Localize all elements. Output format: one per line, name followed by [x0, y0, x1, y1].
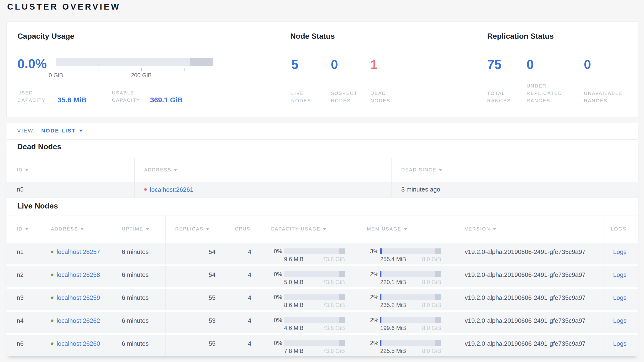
- view-selector-bar: VIEW: NODE LIST: [6, 123, 638, 139]
- logs-link[interactable]: Logs: [613, 317, 626, 324]
- axis-tick: [141, 68, 142, 71]
- view-selected-value: NODE LIST: [41, 128, 76, 134]
- mem-usage-cell: 3% 255.4 MiB8.0 GiB: [357, 243, 455, 264]
- node-address-link[interactable]: localhost:26261: [150, 186, 193, 193]
- cpus-cell: 4: [225, 243, 261, 264]
- cluster-summary-panel: Capacity Usage Node Status Replication S…: [6, 22, 638, 117]
- capacity-mini-bar: [284, 294, 345, 300]
- logs-cell: Logs: [603, 266, 638, 287]
- version-cell: v19.2.0-alpha.20190606-2491-gfe735c9a97: [455, 243, 603, 264]
- column-header-version[interactable]: VERSION: [455, 216, 603, 242]
- uptime-cell: 6 minutes: [112, 289, 166, 310]
- table-row: n5 localhost:26261 3 minutes ago: [6, 182, 638, 198]
- unavailable-ranges-stat: 0 UNAVAILABLE RANGES: [584, 58, 638, 104]
- total-ranges-label: TOTAL RANGES: [487, 90, 520, 104]
- node-address-link[interactable]: localhost:26258: [56, 271, 100, 278]
- chevron-down-icon: [79, 130, 83, 132]
- usable-capacity-label: USABLE CAPACITY: [112, 89, 150, 104]
- node-address-link[interactable]: localhost:26262: [56, 317, 100, 324]
- node-id-cell: n6: [6, 335, 41, 356]
- node-address-cell: localhost:26258: [41, 266, 112, 287]
- node-address-cell: localhost:26257: [41, 243, 112, 264]
- page-title: CLUSTER OVERVIEW: [7, 2, 120, 12]
- mem-usage-cell: 2% 235.2 MiB8.0 GiB: [357, 289, 455, 310]
- view-dropdown[interactable]: NODE LIST: [41, 128, 83, 134]
- node-address-link[interactable]: localhost:26260: [56, 340, 100, 347]
- live-nodes-count: 5: [291, 58, 324, 71]
- column-header-dead-since[interactable]: DEAD SINCE: [392, 158, 638, 182]
- table-row: n4 localhost:26262 6 minutes 53 4 0% 4.6…: [6, 312, 638, 333]
- capacity-mini-bar: [284, 271, 345, 277]
- nodes-panel: Dead Nodes ID ADDRESS DEAD SINCE n5 loca…: [6, 140, 638, 356]
- logs-link[interactable]: Logs: [613, 271, 626, 278]
- capacity-usage-title: Capacity Usage: [18, 32, 74, 41]
- column-header-replicas[interactable]: REPLICAS: [166, 216, 225, 242]
- sort-desc-icon: [25, 169, 28, 171]
- suspect-nodes-label: SUSPECT NODES: [331, 90, 363, 104]
- dead-nodes-heading: Dead Nodes: [17, 142, 61, 151]
- column-header-id[interactable]: ID: [6, 158, 134, 182]
- unavailable-ranges-label: UNAVAILABLE RANGES: [584, 90, 631, 104]
- logs-link[interactable]: Logs: [613, 340, 626, 347]
- mem-mini-bar: [380, 317, 441, 323]
- axis-tick: [184, 68, 184, 71]
- version-cell: v19.2.0-alpha.20190606-2491-gfe735c9a97: [455, 289, 603, 310]
- column-header-cpus[interactable]: CPUS: [225, 216, 261, 242]
- used-capacity-label: USED CAPACITY: [18, 89, 58, 104]
- usable-capacity-stat: USABLE CAPACITY 369.1 GiB: [112, 89, 183, 104]
- mem-usage-cell: 2% 220.1 MiB8.0 GiB: [357, 266, 455, 287]
- column-header-address[interactable]: ADDRESS: [134, 158, 392, 182]
- node-address-cell: localhost:26260: [41, 335, 112, 356]
- total-ranges-count: 75: [487, 58, 520, 71]
- cpus-cell: 4: [225, 335, 261, 356]
- capacity-bar-reserved-segment: [190, 58, 214, 66]
- sort-desc-icon: [404, 228, 407, 230]
- live-status-icon: [51, 319, 54, 322]
- dead-status-icon: [144, 188, 147, 191]
- sort-desc-icon: [439, 169, 442, 171]
- capacity-usage-cell: 0% 7.8 MiB73.8 GiB: [261, 335, 357, 356]
- capacity-usage-cell: 0% 5.0 MiB73.8 GiB: [261, 266, 357, 287]
- uptime-cell: 6 minutes: [112, 335, 166, 356]
- column-header-capacity-usage[interactable]: CAPACITY USAGE: [261, 216, 357, 242]
- uptime-cell: 6 minutes: [112, 266, 166, 287]
- column-header-mem-usage[interactable]: MEM USAGE: [357, 216, 455, 242]
- logs-link[interactable]: Logs: [613, 248, 626, 255]
- replication-stats: 75 TOTAL RANGES 0 UNDER-REPLICATED RANGE…: [487, 58, 638, 104]
- column-header-uptime[interactable]: UPTIME: [112, 216, 166, 242]
- node-address-link[interactable]: localhost:26257: [56, 248, 100, 255]
- cpus-cell: 4: [225, 312, 261, 333]
- replicas-cell: 54: [166, 243, 225, 264]
- table-row: n2 localhost:26258 6 minutes 54 4 0% 5.0…: [6, 266, 638, 287]
- live-nodes-rows: n1 localhost:26257 6 minutes 54 4 0% 9.6…: [6, 243, 638, 356]
- capacity-mini-bar: [284, 340, 345, 346]
- capacity-mini-bar: [284, 317, 345, 323]
- live-status-icon: [51, 274, 54, 276]
- node-address-cell: localhost:26259: [41, 289, 112, 310]
- live-status-icon: [51, 296, 54, 299]
- axis-tick-label: 0 GiB: [49, 72, 63, 79]
- sort-desc-icon: [206, 228, 209, 230]
- sort-desc-icon: [25, 228, 28, 230]
- total-ranges-stat: 75 TOTAL RANGES: [487, 58, 526, 104]
- replicas-cell: 53: [166, 312, 225, 333]
- capacity-usage-cell: 0% 8.6 MiB73.8 GiB: [261, 289, 357, 310]
- table-row: n3 localhost:26259 6 minutes 55 4 0% 8.6…: [6, 289, 638, 310]
- axis-tick: [56, 68, 56, 71]
- live-nodes-label: LIVE NODES: [291, 90, 324, 104]
- column-header-address[interactable]: ADDRESS: [41, 216, 112, 242]
- live-nodes-heading: Live Nodes: [17, 202, 58, 210]
- column-header-id[interactable]: ID: [6, 216, 41, 242]
- sort-desc-icon: [493, 228, 496, 230]
- node-status-title: Node Status: [290, 32, 335, 41]
- dead-nodes-count: 1: [370, 58, 403, 71]
- logs-link[interactable]: Logs: [613, 294, 626, 301]
- view-label: VIEW:: [17, 128, 36, 134]
- sort-desc-icon: [146, 228, 149, 230]
- dead-nodes-label: DEAD NODES: [370, 90, 403, 104]
- node-address-link[interactable]: localhost:26259: [56, 294, 100, 301]
- uptime-cell: 6 minutes: [112, 312, 166, 333]
- cpus-cell: 4: [225, 266, 261, 287]
- table-row: n6 localhost:26260 6 minutes 55 4 0% 7.8…: [6, 335, 638, 356]
- version-cell: v19.2.0-alpha.20190606-2491-gfe735c9a97: [455, 335, 603, 356]
